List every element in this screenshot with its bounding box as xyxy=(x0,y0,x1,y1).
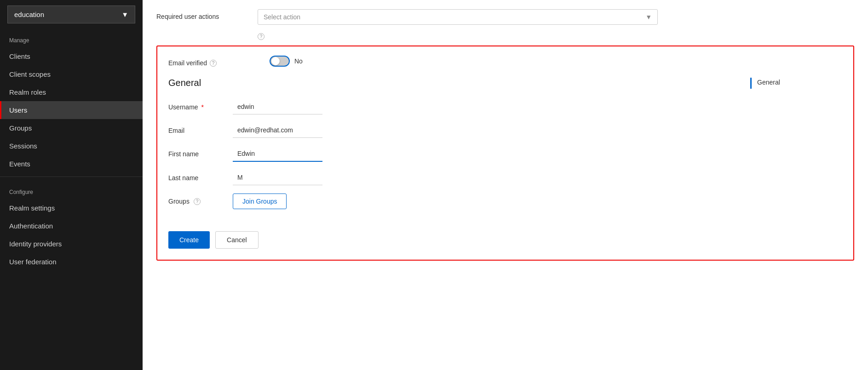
first-name-input[interactable] xyxy=(233,146,322,162)
main-content: Required user actions Select action ▼ ? … xyxy=(143,0,868,370)
username-required: * xyxy=(201,103,204,111)
sidebar-item-identity-providers[interactable]: Identity providers xyxy=(0,235,143,253)
email-verified-label: Email verified ? xyxy=(168,56,270,67)
join-groups-button[interactable]: Join Groups xyxy=(233,194,287,209)
red-bordered-section: Email verified ? No General xyxy=(156,46,854,261)
groups-row: Groups ? Join Groups xyxy=(168,194,322,209)
last-name-row: Last name xyxy=(168,170,322,185)
select-action-placeholder: Select action xyxy=(264,13,300,21)
sidebar-item-client-scopes[interactable]: Client scopes xyxy=(0,65,143,83)
groups-label: Groups ? xyxy=(168,198,233,205)
groups-help-icon: ? xyxy=(194,198,201,205)
action-buttons: Create Cancel xyxy=(168,231,842,249)
manage-section-label: Manage xyxy=(0,29,143,47)
sidebar-item-authentication[interactable]: Authentication xyxy=(0,217,143,235)
email-verified-toggle[interactable] xyxy=(270,56,290,67)
sidebar-item-events[interactable]: Events xyxy=(0,155,143,173)
required-user-actions-select[interactable]: Select action ▼ xyxy=(258,9,658,25)
email-row: Email xyxy=(168,123,322,138)
realm-selector-chevron: ▼ xyxy=(121,11,128,18)
first-name-label: First name xyxy=(168,150,233,158)
username-input[interactable] xyxy=(233,99,322,114)
required-user-actions-row: Required user actions Select action ▼ xyxy=(156,9,854,25)
last-name-label: Last name xyxy=(168,174,233,182)
general-section-heading: General xyxy=(168,78,322,88)
sidebar-item-users[interactable]: Users xyxy=(0,101,143,119)
email-label: Email xyxy=(168,127,233,134)
required-user-actions-label: Required user actions xyxy=(156,9,258,20)
toggle-knob xyxy=(271,57,280,65)
email-verified-help-icon: ? xyxy=(210,60,217,67)
sidebar-item-realm-settings[interactable]: Realm settings xyxy=(0,199,143,217)
email-input[interactable] xyxy=(233,123,322,138)
jump-general-link[interactable]: General xyxy=(750,78,842,89)
last-name-input[interactable] xyxy=(233,170,322,185)
select-action-chevron: ▼ xyxy=(645,13,652,21)
email-verified-toggle-text: No xyxy=(294,57,303,65)
first-name-row: First name xyxy=(168,146,322,162)
username-label: Username * xyxy=(168,103,233,111)
content-area: Required user actions Select action ▼ ? … xyxy=(143,0,868,370)
realm-name: education xyxy=(14,11,44,18)
realm-selector[interactable]: education ▼ xyxy=(7,6,135,23)
sidebar-header: education ▼ xyxy=(0,0,143,29)
username-row: Username * xyxy=(168,99,322,114)
email-verified-toggle-container: No xyxy=(270,56,303,67)
sidebar-item-user-federation[interactable]: User federation xyxy=(0,253,143,271)
sidebar-item-groups[interactable]: Groups xyxy=(0,119,143,137)
sidebar-item-sessions[interactable]: Sessions xyxy=(0,137,143,155)
sidebar: education ▼ Manage Clients Client scopes… xyxy=(0,0,143,370)
email-verified-row: Email verified ? No xyxy=(168,56,842,67)
general-form: General Username * Email xyxy=(168,78,842,249)
general-fields: General Username * Email xyxy=(168,78,322,220)
cancel-button[interactable]: Cancel xyxy=(215,231,259,249)
required-user-actions-help-icon: ? xyxy=(258,33,264,40)
jump-to-section: Jump to section General xyxy=(750,78,842,89)
sidebar-divider xyxy=(0,176,143,177)
sidebar-item-clients[interactable]: Clients xyxy=(0,47,143,65)
sidebar-item-realm-roles[interactable]: Realm roles xyxy=(0,83,143,101)
configure-section-label: Configure xyxy=(0,181,143,199)
create-button[interactable]: Create xyxy=(168,231,210,249)
